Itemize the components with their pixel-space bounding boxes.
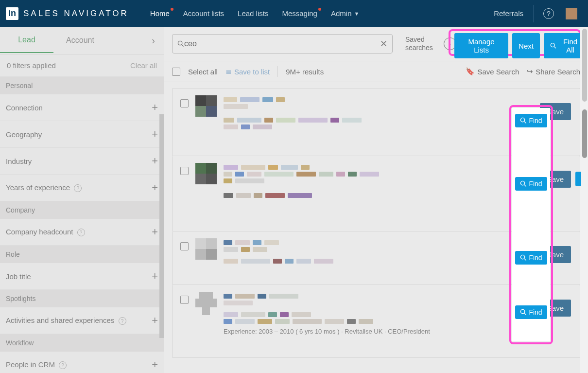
filter-connection[interactable]: Connection+ <box>0 94 164 121</box>
save-to-list-button[interactable]: ≣Save to list <box>225 67 270 76</box>
select-all-checkbox[interactable] <box>172 68 180 76</box>
plus-icon: + <box>152 270 158 283</box>
plus-icon: + <box>152 101 158 114</box>
find-button[interactable]: Find <box>515 305 547 319</box>
section-company: Company <box>0 201 164 219</box>
page-scrollbar-track[interactable] <box>580 27 588 373</box>
search-box[interactable]: ✕ <box>172 34 393 53</box>
result-checkbox[interactable] <box>180 167 189 175</box>
tab-account[interactable]: Account <box>53 28 107 53</box>
find-button[interactable]: Find <box>515 251 547 265</box>
page-scrollbar-thumb[interactable] <box>582 109 587 158</box>
profile-avatar[interactable] <box>195 292 217 313</box>
nav-lead-lists[interactable]: Lead lists <box>238 9 268 18</box>
top-nav: in SALES NAVIGATOR Home Account lists Le… <box>0 0 588 27</box>
brand-title: SALES NAVIGATOR <box>23 9 129 18</box>
page-scrollbar-thumb[interactable] <box>582 29 587 102</box>
section-workflow: Workflow <box>0 334 164 352</box>
plus-icon: + <box>152 128 158 141</box>
list-icon: ≣ <box>225 67 232 76</box>
svg-point-6 <box>521 181 525 185</box>
saved-searches-label[interactable]: Saved searches <box>405 36 433 52</box>
filter-job-title[interactable]: Job title+ <box>0 263 164 290</box>
filter-people-in-crm[interactable]: People in CRM ?+ <box>0 352 164 373</box>
nav-home[interactable]: Home <box>150 9 170 18</box>
nav-messaging[interactable]: Messaging <box>282 9 317 18</box>
tab-lead[interactable]: Lead <box>0 28 53 53</box>
info-icon: ? <box>119 317 126 325</box>
user-avatar[interactable] <box>566 8 577 19</box>
share-icon: ↪ <box>527 67 533 76</box>
search-icon <box>520 309 527 316</box>
svg-line-9 <box>524 259 526 261</box>
section-spotlights: Spotlights <box>0 290 164 307</box>
plus-icon: + <box>152 358 158 371</box>
info-icon: ? <box>74 184 82 192</box>
side-drawer-tab[interactable] <box>575 172 581 186</box>
profile-avatar[interactable] <box>195 163 217 184</box>
plus-icon: + <box>152 181 158 194</box>
find-button[interactable]: Find <box>515 177 547 191</box>
section-role: Role <box>0 246 164 263</box>
select-all-label[interactable]: Select all <box>188 68 218 76</box>
results-count: 9M+ results <box>286 68 324 76</box>
search-icon <box>520 117 527 124</box>
svg-line-11 <box>524 313 526 315</box>
chevron-right-icon[interactable]: › <box>143 35 164 46</box>
clear-all-button[interactable]: Clear all <box>130 61 157 70</box>
clear-search-icon[interactable]: ✕ <box>380 38 387 49</box>
svg-point-4 <box>521 118 525 122</box>
result-checkbox[interactable] <box>180 99 189 107</box>
plus-icon: + <box>152 314 158 327</box>
svg-line-5 <box>524 122 526 124</box>
filter-geography[interactable]: Geography+ <box>0 121 164 148</box>
share-search-button[interactable]: ↪Share Search <box>527 67 580 76</box>
profile-avatar[interactable] <box>195 95 217 117</box>
nav-referrals[interactable]: Referrals <box>494 9 523 18</box>
svg-point-2 <box>551 43 554 47</box>
filter-industry[interactable]: Industry+ <box>0 148 164 175</box>
help-icon[interactable]: ? <box>543 8 554 19</box>
search-icon <box>177 40 184 47</box>
svg-point-10 <box>521 309 525 313</box>
nav-admin[interactable]: Admin▼ <box>331 9 359 18</box>
sidebar-scrollbar[interactable] <box>159 114 164 338</box>
info-icon: ? <box>59 361 67 369</box>
filter-activities[interactable]: Activities and shared experiences ?+ <box>0 307 164 334</box>
plus-icon: + <box>152 226 158 238</box>
find-button[interactable]: Find <box>515 114 547 127</box>
bookmark-icon: 🔖 <box>466 67 475 76</box>
filters-applied-label: 0 filters applied <box>7 61 56 70</box>
svg-line-1 <box>182 45 184 47</box>
caret-down-icon: ▼ <box>354 11 360 17</box>
manage-lists-button[interactable]: Manage Lists <box>454 33 508 58</box>
search-icon <box>520 180 527 187</box>
filters-sidebar: Lead Account › 0 filters applied Clear a… <box>0 27 164 373</box>
svg-point-0 <box>178 41 182 45</box>
section-personal: Personal <box>0 77 164 94</box>
result-checkbox[interactable] <box>180 296 189 304</box>
next-button[interactable]: Next <box>512 33 540 58</box>
profile-avatar[interactable] <box>195 238 217 260</box>
nav-account-lists[interactable]: Account lists <box>183 9 224 18</box>
svg-line-7 <box>524 185 526 187</box>
search-icon <box>520 254 527 261</box>
svg-line-3 <box>554 47 556 48</box>
svg-point-8 <box>521 255 525 259</box>
save-search-button[interactable]: 🔖Save Search <box>466 67 519 76</box>
linkedin-logo-icon: in <box>6 7 18 20</box>
search-input[interactable] <box>184 39 380 48</box>
filter-years-experience[interactable]: Years of experience ?+ <box>0 175 164 201</box>
result-checkbox[interactable] <box>180 242 189 250</box>
search-icon <box>550 42 556 49</box>
plus-icon: + <box>152 155 158 167</box>
info-icon: ? <box>77 229 85 236</box>
filter-company-headcount[interactable]: Company headcount ?+ <box>0 219 164 246</box>
